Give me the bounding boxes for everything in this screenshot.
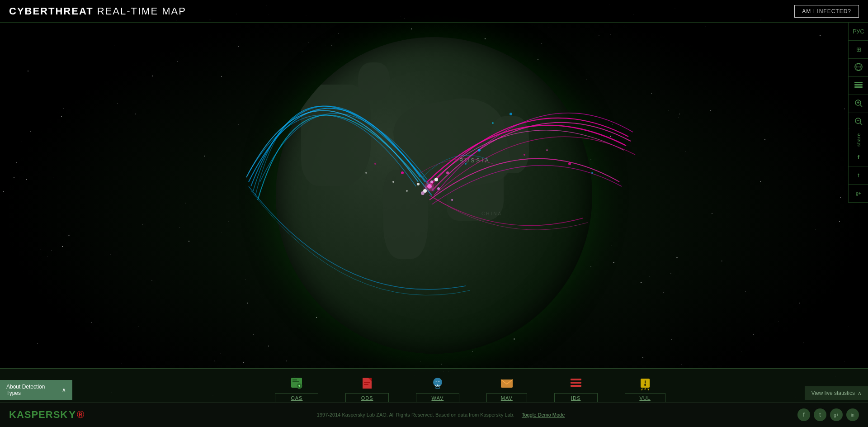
globe-container: RUSSIA CHINA	[0, 23, 868, 368]
about-detection-label: About Detection Types	[6, 384, 59, 396]
vul-label[interactable]: VUL	[639, 395, 650, 401]
svg-line-11	[860, 123, 862, 125]
header: CYBERTHREAT REAL-TIME MAP AM I INFECTED?	[0, 0, 868, 23]
am-infected-button[interactable]: AM I INFECTED?	[794, 5, 859, 18]
svg-rect-52	[571, 385, 581, 387]
view-live-statistics-button[interactable]: View live statistics ∧	[805, 386, 868, 400]
grid-icon: ⊞	[856, 46, 861, 53]
live-stats-chevron-icon: ∧	[858, 390, 862, 396]
googleplus-footer-button[interactable]: g+	[830, 408, 843, 421]
share-label: share	[849, 131, 868, 148]
russia-label: RUSSIA	[459, 157, 491, 164]
grid-button[interactable]: ⊞	[849, 41, 868, 59]
page-title: CYBERTHREAT REAL-TIME MAP	[9, 5, 186, 17]
svg-rect-51	[571, 382, 581, 384]
zoom-out-button[interactable]	[849, 113, 868, 131]
logo-registered: ®	[77, 409, 84, 421]
oas-icon[interactable]	[288, 375, 305, 391]
svg-rect-47	[364, 384, 368, 385]
svg-line-7	[860, 104, 862, 107]
googleplus-sidebar-icon: g+	[856, 191, 861, 196]
facebook-sidebar-button[interactable]: f	[849, 148, 868, 166]
logo-y: Y	[69, 409, 76, 421]
svg-rect-50	[571, 379, 581, 380]
toggle-demo-button[interactable]: Toggle Demo Mode	[522, 412, 565, 418]
live-stats-label: View live statistics	[811, 390, 855, 396]
svg-rect-4	[854, 84, 863, 85]
svg-rect-39	[292, 380, 297, 380]
globe[interactable]: RUSSIA CHINA	[276, 37, 592, 354]
facebook-footer-icon: f	[803, 412, 804, 418]
globe-icon	[854, 63, 863, 72]
about-detection-types-button[interactable]: About Detection Types ∧	[0, 380, 72, 400]
svg-rect-40	[292, 381, 299, 382]
facebook-sidebar-icon: f	[858, 154, 859, 161]
layers-icon	[854, 82, 863, 90]
zoom-in-icon	[854, 99, 863, 109]
svg-rect-55	[645, 380, 646, 384]
svg-point-33	[591, 172, 593, 174]
twitter-sidebar-button[interactable]: t	[849, 166, 868, 185]
svg-point-54	[644, 384, 646, 386]
ods-icon[interactable]	[359, 375, 375, 391]
ods-label[interactable]: ODS	[361, 395, 373, 401]
layers-button[interactable]	[849, 77, 868, 95]
about-chevron-icon: ∧	[62, 387, 66, 393]
wav-icon[interactable]	[429, 375, 446, 391]
oas-label[interactable]: OAS	[291, 395, 302, 401]
svg-rect-5	[854, 86, 863, 88]
language-label: РУС	[853, 28, 864, 35]
twitter-sidebar-icon: t	[858, 172, 859, 179]
googleplus-footer-icon: g+	[834, 413, 839, 418]
twitter-footer-icon: t	[819, 412, 821, 418]
twitter-footer-button[interactable]: t	[814, 408, 826, 421]
china-label: CHINA	[481, 211, 502, 216]
svg-rect-46	[364, 382, 370, 383]
mav-label[interactable]: MAV	[501, 395, 513, 401]
linkedin-footer-button[interactable]: in	[846, 408, 859, 421]
googleplus-sidebar-button[interactable]: g+	[849, 185, 868, 203]
copyright-text: 1997-2014 Kaspersky Lab ZAO. All Rights …	[317, 412, 514, 418]
kaspersky-logo: KASPERSKY®	[9, 409, 84, 421]
logo-text: KASPERSK	[9, 409, 68, 421]
svg-rect-3	[854, 82, 863, 83]
vul-icon[interactable]	[637, 375, 653, 391]
language-button[interactable]: РУС	[849, 23, 868, 41]
globe-sphere	[276, 37, 592, 354]
zoom-out-icon	[854, 117, 863, 127]
zoom-in-button[interactable]	[849, 95, 868, 113]
right-sidebar: РУС ⊞ share f t g+	[848, 23, 868, 203]
facebook-footer-button[interactable]: f	[797, 408, 810, 421]
mav-icon[interactable]	[499, 375, 515, 391]
globe-button[interactable]	[849, 59, 868, 77]
footer-center: 1997-2014 Kaspersky Lab ZAO. All Rights …	[317, 412, 565, 418]
wav-label[interactable]: WAV	[431, 395, 443, 401]
ids-label[interactable]: IDS	[571, 395, 580, 401]
ids-icon[interactable]	[568, 375, 584, 391]
linkedin-footer-icon: in	[851, 413, 854, 418]
social-icons: f t g+ in	[797, 408, 859, 421]
footer: KASPERSKY® 1997-2014 Kaspersky Lab ZAO. …	[0, 402, 868, 427]
